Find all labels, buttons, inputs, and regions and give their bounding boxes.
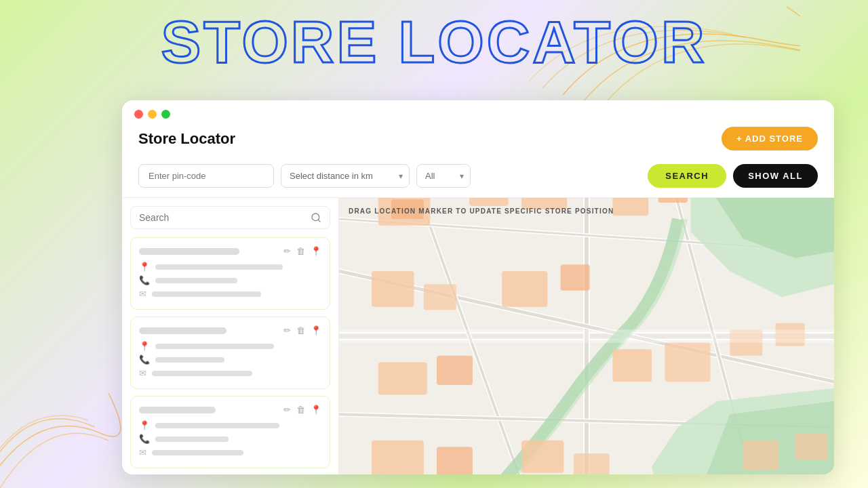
store-email-row-1: ✉: [139, 289, 321, 299]
svg-rect-27: [372, 271, 414, 307]
edit-icon-3[interactable]: ✏: [283, 405, 291, 415]
window-chrome: [122, 100, 834, 124]
phone-skeleton-3: [155, 436, 229, 442]
distance-select-wrapper: Select distance in km 5 km 10 km 20 km 5…: [281, 164, 410, 188]
svg-rect-33: [372, 441, 424, 474]
email-skeleton-3: [152, 450, 243, 455]
svg-rect-30: [437, 356, 473, 385]
svg-rect-35: [521, 441, 564, 473]
store-actions-1: ✏ 🗑 📍: [283, 246, 321, 256]
store-card: ✏ 🗑 📍 📍 📞 ✉: [130, 317, 330, 389]
delete-icon-3[interactable]: 🗑: [296, 405, 305, 415]
app-title: Store Locator: [138, 130, 235, 148]
store-card-header-1: ✏ 🗑 📍: [139, 246, 321, 256]
store-actions-3: ✏ 🗑 📍: [283, 405, 321, 415]
store-email-row-3: ✉: [139, 447, 321, 458]
phone-skeleton-2: [155, 357, 224, 363]
store-email-row-2: ✉: [139, 368, 321, 378]
address-icon-3: 📍: [139, 420, 150, 430]
main-window: Store Locator + ADD STORE Select distanc…: [122, 100, 834, 474]
store-address-row-3: 📍: [139, 420, 321, 430]
svg-rect-37: [502, 271, 547, 307]
store-name-1: [139, 248, 239, 255]
location-icon-3[interactable]: 📍: [311, 405, 321, 415]
svg-rect-23: [469, 198, 509, 206]
list-search-bar: [130, 206, 330, 229]
store-list-panel: ✏ 🗑 📍 📍 📞 ✉: [122, 198, 339, 474]
address-icon-2: 📍: [139, 341, 150, 351]
svg-rect-25: [612, 198, 648, 216]
svg-rect-32: [665, 343, 710, 382]
page-title: STORE LOCATOR: [0, 12, 868, 72]
address-skeleton-2: [155, 344, 274, 349]
window-maximize-dot[interactable]: [161, 110, 170, 119]
store-address-row-1: 📍: [139, 262, 321, 272]
svg-rect-36: [574, 453, 610, 474]
store-name-3: [139, 407, 216, 413]
svg-rect-38: [561, 264, 590, 290]
window-close-dot[interactable]: [134, 110, 143, 119]
category-select[interactable]: All Category A Category B: [416, 164, 471, 188]
phone-icon-2: 📞: [139, 354, 150, 365]
location-icon-2[interactable]: 📍: [311, 325, 321, 336]
svg-rect-28: [424, 284, 456, 310]
store-card-header-3: ✏ 🗑 📍: [139, 405, 321, 415]
svg-rect-26: [658, 198, 688, 203]
svg-rect-43: [339, 329, 834, 342]
address-skeleton-3: [155, 423, 279, 428]
svg-line-1: [318, 220, 320, 222]
map-panel[interactable]: DRAG LOCATION MARKER TO UPDATE SPECIFIC …: [339, 198, 834, 474]
store-card: ✏ 🗑 📍 📍 📞 ✉: [130, 396, 330, 468]
map-svg[interactable]: [339, 198, 834, 474]
filter-row: Select distance in km 5 km 10 km 20 km 5…: [122, 159, 834, 198]
address-skeleton-1: [155, 264, 283, 270]
page-title-section: STORE LOCATOR: [0, 0, 868, 72]
edit-icon-2[interactable]: ✏: [283, 325, 291, 336]
address-icon-1: 📍: [139, 262, 150, 272]
phone-skeleton-1: [155, 278, 237, 283]
bg-decoration-bottom: [0, 352, 136, 488]
store-phone-row-3: 📞: [139, 434, 321, 444]
phone-icon-3: 📞: [139, 434, 150, 444]
email-skeleton-1: [152, 291, 261, 297]
store-card: ✏ 🗑 📍 📍 📞 ✉: [130, 237, 330, 310]
add-store-button[interactable]: + ADD STORE: [722, 127, 818, 150]
svg-rect-29: [378, 362, 427, 394]
delete-icon-2[interactable]: 🗑: [296, 325, 305, 336]
phone-icon-1: 📞: [139, 275, 150, 285]
svg-rect-34: [437, 447, 473, 474]
svg-rect-42: [795, 434, 827, 460]
delete-icon-1[interactable]: 🗑: [296, 246, 305, 256]
window-minimize-dot[interactable]: [148, 110, 157, 119]
store-address-row-2: 📍: [139, 341, 321, 351]
distance-select[interactable]: Select distance in km 5 km 10 km 20 km 5…: [281, 164, 410, 188]
store-name-2: [139, 327, 226, 334]
edit-icon-1[interactable]: ✏: [283, 246, 291, 256]
show-all-button[interactable]: SHOW ALL: [733, 164, 818, 188]
email-icon-1: ✉: [139, 289, 146, 299]
email-skeleton-2: [152, 371, 252, 376]
list-search-icon: [311, 212, 321, 223]
header-bar: Store Locator + ADD STORE: [122, 124, 834, 159]
category-select-wrapper: All Category A Category B: [416, 164, 471, 188]
list-search-input[interactable]: [139, 212, 311, 223]
svg-rect-31: [612, 349, 652, 382]
pincode-input[interactable]: [138, 164, 274, 188]
content-area: ✏ 🗑 📍 📍 📞 ✉: [122, 198, 834, 474]
email-icon-3: ✉: [139, 447, 146, 458]
store-phone-row-1: 📞: [139, 275, 321, 285]
search-button[interactable]: SEARCH: [648, 164, 726, 188]
store-card-header-2: ✏ 🗑 📍: [139, 325, 321, 336]
map-instruction: DRAG LOCATION MARKER TO UPDATE SPECIFIC …: [349, 207, 614, 215]
store-phone-row-2: 📞: [139, 354, 321, 365]
email-icon-2: ✉: [139, 368, 146, 378]
svg-rect-41: [743, 441, 779, 470]
store-actions-2: ✏ 🗑 📍: [283, 325, 321, 336]
location-icon-1[interactable]: 📍: [311, 246, 321, 256]
